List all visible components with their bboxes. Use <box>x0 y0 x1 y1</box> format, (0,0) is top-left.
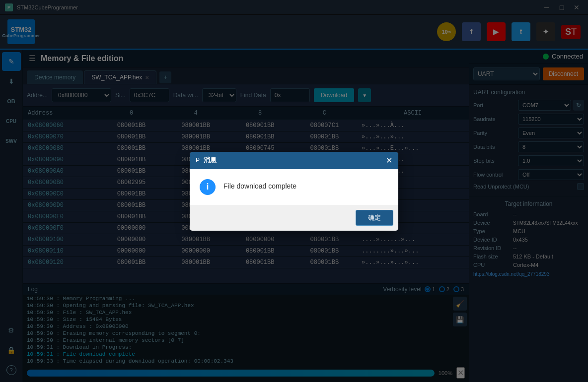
dialog-footer: 确定 <box>190 205 398 231</box>
dialog-overlay: P 消息 ✕ i File download complete 确定 <box>0 0 588 382</box>
dialog-title: 消息 <box>204 156 382 165</box>
dialog: P 消息 ✕ i File download complete 确定 <box>190 152 398 231</box>
dialog-message: File download complete <box>223 179 296 190</box>
dialog-body: i File download complete <box>190 169 398 205</box>
dialog-close-button[interactable]: ✕ <box>386 156 392 165</box>
dialog-app-icon: P <box>196 157 200 164</box>
dialog-info-icon: i <box>200 179 216 195</box>
dialog-ok-button[interactable]: 确定 <box>356 210 393 226</box>
dialog-header: P 消息 ✕ <box>190 152 398 169</box>
